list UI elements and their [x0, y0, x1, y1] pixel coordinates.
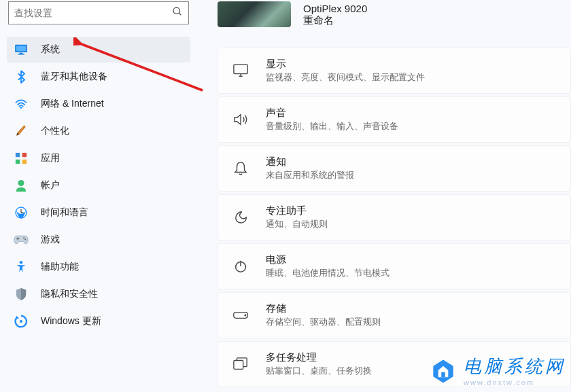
- focus-icon: [230, 207, 251, 228]
- svg-point-16: [23, 237, 24, 238]
- notification-icon: [230, 158, 251, 179]
- sidebar-item-system[interactable]: 系统: [7, 37, 190, 63]
- gaming-icon: [14, 232, 29, 247]
- sidebar-item-label: 隐私和安全性: [41, 288, 98, 300]
- sidebar-item-personalize[interactable]: 个性化: [7, 118, 190, 144]
- svg-rect-4: [20, 53, 23, 54]
- sound-icon: [230, 109, 251, 130]
- card-title: 存储: [266, 302, 558, 315]
- search-input[interactable]: [14, 7, 172, 18]
- svg-point-21: [20, 320, 22, 323]
- card-title: 显示: [266, 58, 558, 71]
- device-wallpaper: [218, 1, 291, 27]
- card-desc: 存储空间、驱动器、配置规则: [266, 317, 558, 328]
- card-desc: 通知、自动规则: [266, 219, 558, 230]
- power-icon: [230, 256, 251, 277]
- accessibility-icon: [14, 260, 29, 274]
- display-icon: [230, 60, 251, 81]
- device-rename-link[interactable]: 重命名: [303, 14, 367, 27]
- device-header: OptiPlex 9020 重命名: [218, 0, 571, 27]
- svg-point-0: [173, 7, 179, 14]
- svg-point-6: [20, 107, 22, 109]
- svg-rect-7: [16, 153, 20, 157]
- sidebar-item-time[interactable]: 时间和语言: [7, 200, 190, 226]
- watermark: 电脑系统网 www.dnxtw.com: [428, 355, 566, 387]
- sidebar-item-label: 应用: [41, 152, 60, 164]
- sidebar-item-label: 帐户: [41, 179, 60, 192]
- sidebar-item-label: 个性化: [41, 125, 69, 137]
- svg-rect-3: [16, 46, 26, 51]
- card-title: 声音: [266, 107, 558, 120]
- sidebar-item-update[interactable]: Windows 更新: [7, 308, 190, 334]
- settings-card-power[interactable]: 电源睡眠、电池使用情况、节电模式: [218, 243, 571, 289]
- svg-point-28: [245, 315, 246, 316]
- card-desc: 监视器、亮度、夜间模式、显示配置文件: [266, 72, 558, 84]
- system-icon: [14, 42, 29, 57]
- sidebar-item-gaming[interactable]: 游戏: [7, 227, 190, 253]
- apps-icon: [14, 151, 29, 166]
- card-desc: 睡眠、电池使用情况、节电模式: [266, 268, 558, 279]
- svg-point-17: [24, 238, 26, 240]
- sidebar-item-label: 蓝牙和其他设备: [41, 71, 107, 83]
- settings-card-storage[interactable]: 存储存储空间、驱动器、配置规则: [218, 292, 571, 338]
- network-icon: [14, 96, 29, 111]
- sidebar-item-label: 网络 & Internet: [41, 98, 104, 110]
- card-title: 通知: [266, 156, 558, 168]
- svg-rect-22: [234, 65, 247, 74]
- search-icon: [172, 6, 183, 20]
- sidebar-item-label: 系统: [41, 43, 60, 56]
- sidebar-item-label: 游戏: [41, 234, 60, 246]
- svg-line-1: [179, 13, 181, 15]
- privacy-icon: [14, 287, 29, 302]
- sidebar-item-bluetooth[interactable]: 蓝牙和其他设备: [7, 64, 190, 90]
- sidebar-item-label: 辅助功能: [41, 261, 79, 273]
- settings-card-display[interactable]: 显示监视器、亮度、夜间模式、显示配置文件: [218, 48, 571, 94]
- card-title: 专注助手: [266, 204, 558, 217]
- update-icon: [14, 314, 29, 329]
- sidebar-item-account[interactable]: 帐户: [7, 173, 190, 198]
- main-panel: OptiPlex 9020 重命名 显示监视器、亮度、夜间模式、显示配置文件声音…: [197, 0, 571, 392]
- svg-rect-29: [234, 361, 243, 370]
- card-desc: 音量级别、输出、输入、声音设备: [266, 121, 558, 132]
- sidebar-item-accessibility[interactable]: 辅助功能: [7, 254, 190, 280]
- device-name: OptiPlex 9020: [303, 3, 367, 14]
- time-icon: [14, 205, 29, 220]
- watermark-url: www.dnxtw.com: [464, 378, 534, 387]
- bluetooth-icon: [14, 69, 29, 84]
- card-desc: 来自应用和系统的警报: [266, 170, 558, 181]
- sidebar-item-network[interactable]: 网络 & Internet: [7, 91, 190, 117]
- settings-list: 显示监视器、亮度、夜间模式、显示配置文件声音音量级别、输出、输入、声音设备通知来…: [218, 48, 571, 387]
- sidebar-item-apps[interactable]: 应用: [7, 145, 190, 171]
- sidebar: 系统蓝牙和其他设备网络 & Internet个性化应用帐户时间和语言游戏辅助功能…: [0, 0, 197, 392]
- settings-card-notification[interactable]: 通知来自应用和系统的警报: [218, 145, 571, 192]
- sidebar-item-label: Windows 更新: [41, 315, 101, 327]
- personalize-icon: [14, 124, 29, 139]
- svg-point-20: [20, 261, 23, 264]
- settings-card-focus[interactable]: 专注助手通知、自动规则: [218, 194, 571, 240]
- sidebar-item-label: 时间和语言: [41, 207, 88, 219]
- svg-rect-31: [441, 372, 445, 376]
- svg-rect-19: [18, 237, 18, 240]
- watermark-logo-icon: [428, 356, 458, 386]
- account-icon: [14, 178, 29, 193]
- sidebar-item-privacy[interactable]: 隐私和安全性: [7, 281, 190, 307]
- svg-rect-5: [18, 54, 24, 54]
- svg-rect-8: [22, 153, 27, 157]
- storage-icon: [230, 305, 251, 325]
- multitask-icon: [230, 354, 251, 374]
- svg-rect-9: [16, 160, 20, 164]
- settings-card-sound[interactable]: 声音音量级别、输出、输入、声音设备: [218, 96, 571, 143]
- card-title: 电源: [266, 253, 558, 266]
- svg-point-11: [18, 180, 24, 186]
- search-box[interactable]: [8, 1, 189, 24]
- svg-rect-10: [22, 160, 27, 164]
- watermark-title: 电脑系统网: [464, 355, 566, 378]
